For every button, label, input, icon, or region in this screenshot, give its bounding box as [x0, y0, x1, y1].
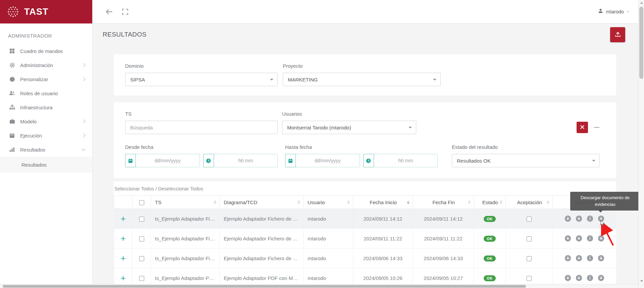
sidebar-item-ejecucion[interactable]: Ejecución	[0, 128, 92, 142]
vertical-scrollbar-thumb[interactable]	[639, 7, 643, 79]
usuarios-select[interactable]: Montserrat Tarodo (mtarodo)	[282, 121, 416, 134]
desde-time-input[interactable]	[214, 154, 278, 167]
column-header-diagrama: Diagrama/TCD	[224, 199, 257, 205]
ts-search-input[interactable]	[125, 121, 278, 134]
expand-row-icon[interactable]: +	[120, 254, 125, 263]
table-header-row: TS Diagrama/TCD Usuario Fecha Inicio Fec…	[114, 196, 616, 209]
table-row: + ts_Ejemplo Adaptador Fich... Ejemplo A…	[114, 248, 616, 268]
sidebar-item-resultados-sub[interactable]: Resultados	[0, 157, 92, 173]
row-checkbox[interactable]	[139, 256, 144, 261]
cell-diagrama: Ejemplo Adaptador Fichero de Text...	[220, 209, 304, 229]
column-header-ts: TS	[155, 199, 161, 205]
sidebar-item-administracion[interactable]: Administración	[0, 58, 92, 72]
expand-row-icon[interactable]: +	[120, 214, 125, 223]
user-menu[interactable]: mtarodo	[598, 8, 629, 15]
scroll-up-button[interactable]	[639, 0, 644, 5]
sort-icon[interactable]	[407, 200, 410, 204]
page-header: RESULTADOS	[93, 23, 644, 46]
column-header-usuario: Usuario	[308, 199, 325, 205]
info-icon[interactable]	[587, 215, 593, 222]
app-logo[interactable]: TAST	[0, 0, 92, 23]
info-icon[interactable]	[587, 255, 593, 262]
aceptacion-checkbox[interactable]	[527, 236, 532, 241]
usuarios-label: Usuarios	[282, 111, 416, 117]
scroll-down-button[interactable]	[639, 278, 644, 284]
status-badge: OK	[484, 216, 495, 222]
hasta-fecha-label: Hasta fecha	[285, 144, 438, 150]
upload-button[interactable]	[610, 27, 625, 42]
select-all-checkbox[interactable]	[139, 200, 144, 205]
caret-down-icon	[409, 127, 412, 128]
search-filters-panel: TS Usuarios Montserrat Tarodo (mtarodo)	[114, 102, 616, 178]
sidebar-item-resultados[interactable]: Resultados	[0, 142, 92, 157]
download-result-icon[interactable]	[565, 275, 571, 281]
vertical-scrollbar[interactable]	[638, 0, 644, 288]
download-log-icon[interactable]	[576, 275, 582, 281]
proyecto-select[interactable]: MARKETING	[283, 73, 441, 86]
desde-date-input[interactable]	[136, 154, 200, 167]
sidebar-item-cuadro-de-mandos[interactable]: Cuadro de mandos	[0, 44, 92, 58]
calendar-icon	[9, 133, 15, 138]
sidebar-item-infraestructura[interactable]: Infraestructura	[0, 100, 92, 114]
briefcase-icon	[9, 119, 15, 124]
aceptacion-checkbox[interactable]	[527, 217, 532, 222]
sidebar-item-modelo[interactable]: Modelo	[0, 114, 92, 128]
info-icon[interactable]	[587, 235, 593, 242]
cell-usuario: mtarodo	[304, 248, 353, 268]
dominio-value: SIPSA	[130, 77, 145, 82]
page-title: RESULTADOS	[103, 31, 147, 38]
back-arrow-icon[interactable]	[105, 9, 113, 15]
download-evidences-icon[interactable]	[598, 255, 604, 262]
sort-icon[interactable]	[547, 200, 549, 204]
download-evidences-icon[interactable]	[598, 275, 604, 281]
clear-filters-button[interactable]	[577, 122, 588, 133]
aceptacion-checkbox[interactable]	[527, 256, 532, 261]
expand-row-icon[interactable]: +	[120, 274, 125, 282]
fullscreen-icon[interactable]	[122, 9, 128, 15]
sort-icon[interactable]	[347, 200, 350, 204]
user-name: mtarodo	[606, 9, 624, 14]
sidebar-item-personalizar[interactable]: Personalizar	[0, 72, 92, 86]
select-all-toggle-link[interactable]: Seleccionar Todos / Deseleccionar Todos	[114, 181, 203, 195]
aceptacion-checkbox[interactable]	[527, 276, 532, 281]
sort-icon[interactable]	[500, 200, 502, 204]
clock-picker-icon[interactable]	[363, 154, 374, 167]
users-icon	[9, 91, 15, 96]
sidebar-item-label: Modelo	[20, 119, 82, 124]
expand-row-icon[interactable]: +	[120, 234, 125, 243]
download-result-icon[interactable]	[565, 215, 571, 222]
row-checkbox[interactable]	[139, 276, 144, 281]
sidebar-item-label: Infraestructura	[20, 105, 85, 110]
results-table: TS Diagrama/TCD Usuario Fecha Inicio Fec…	[114, 195, 616, 288]
collapse-filters-icon[interactable]	[594, 127, 599, 128]
download-log-icon[interactable]	[576, 215, 582, 222]
sidebar-submenu: Resultados	[0, 157, 92, 173]
download-result-icon[interactable]	[565, 255, 571, 262]
sidebar-item-roles-de-usuario[interactable]: Roles de usuario	[0, 86, 92, 100]
row-checkbox[interactable]	[139, 217, 144, 222]
row-checkbox[interactable]	[139, 236, 144, 241]
cell-fecha-inicio: 2024/09/11 14:12	[353, 209, 413, 229]
estado-resultado-select[interactable]: Resultados OK	[452, 154, 600, 167]
dominio-select[interactable]: SIPSA	[125, 73, 278, 86]
hasta-date-input[interactable]	[296, 154, 360, 167]
download-result-icon[interactable]	[565, 235, 571, 242]
horizontal-scrollbar[interactable]	[0, 284, 638, 288]
calendar-picker-icon[interactable]	[125, 154, 136, 167]
info-icon[interactable]	[587, 275, 593, 281]
cell-fecha-inicio: 2024/09/11 11:22	[353, 229, 413, 248]
horizontal-scrollbar-thumb[interactable]	[3, 285, 526, 288]
caret-down-icon	[270, 79, 273, 80]
hasta-time-input[interactable]	[374, 154, 438, 167]
sidebar-item-label: Ejecución	[20, 133, 82, 138]
logo-icon	[7, 5, 19, 18]
user-icon	[598, 8, 603, 15]
download-log-icon[interactable]	[576, 235, 582, 242]
sort-icon[interactable]	[214, 200, 216, 204]
main-content: RESULTADOS Dominio SIPSA Proyecto MARKET…	[93, 23, 644, 288]
sort-icon[interactable]	[468, 200, 471, 204]
download-log-icon[interactable]	[576, 255, 582, 262]
clock-picker-icon[interactable]	[203, 154, 214, 167]
calendar-picker-icon[interactable]	[285, 154, 296, 167]
sort-icon[interactable]	[298, 200, 300, 204]
